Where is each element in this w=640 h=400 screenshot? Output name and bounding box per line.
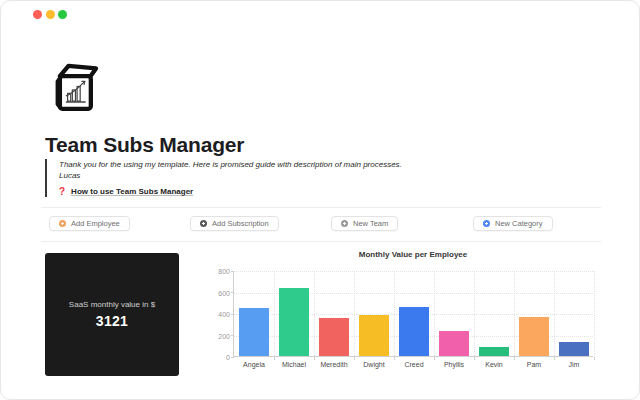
bar-dwight [359,315,389,356]
gridline [594,271,595,356]
bar-jim [559,342,589,357]
button-automation-icon [341,220,348,227]
x-axis-tick [274,357,275,360]
chart-title: Monthly Value per Employee [233,250,593,259]
bar-angela [239,308,269,356]
bar-phyllis [439,331,469,356]
bar-creed [399,307,429,356]
zoom-window-button[interactable] [58,10,67,19]
x-axis-tick [514,357,515,360]
summary-card-value: 3121 [96,313,128,329]
window-controls [33,10,67,19]
cube-chart-icon[interactable] [47,59,102,114]
y-axis-tick [231,314,234,315]
new-category-button[interactable]: New Category [473,216,553,231]
monthly-value-bar-chart: Monthly Value per Employee 0200400600800… [215,247,615,379]
bar-kevin [479,347,509,356]
button-automation-icon [59,220,66,227]
saas-monthly-value-card: SaaS monthly value in $ 3121 [45,253,179,376]
gridline [474,271,475,356]
welcome-quote: Thank you for the using my template. Her… [45,159,590,197]
y-axis-tick-label: 0 [214,354,230,361]
divider [41,241,601,242]
x-axis-tick [394,357,395,360]
x-axis-tick-label: Creed [394,361,434,368]
add-employee-button[interactable]: Add Employee [49,216,130,231]
bar-meredith [319,318,349,356]
bar-michael [279,288,309,356]
y-axis-tick-label: 200 [214,332,230,339]
x-axis-tick [434,357,435,360]
y-axis-tick [231,271,234,272]
x-axis-tick [594,357,595,360]
button-automation-icon [200,220,207,227]
x-axis-tick-label: Phyllis [434,361,474,368]
x-axis-tick [474,357,475,360]
gridline [394,271,395,356]
x-axis-tick-label: Michael [274,361,314,368]
app-window: Team Subs Manager Thank you for the usin… [0,0,640,400]
button-label: New Category [495,219,543,228]
x-axis-tick-label: Pam [514,361,554,368]
x-axis-tick-label: Angela [234,361,274,368]
close-window-button[interactable] [33,10,42,19]
gridline [354,271,355,356]
quote-signature: Lucas [59,170,590,181]
gridline [434,271,435,356]
summary-card-label: SaaS monthly value in $ [69,300,155,309]
bar-pam [519,317,549,356]
gridline [234,271,593,272]
x-axis-tick [314,357,315,360]
y-axis-tick-label: 800 [214,268,230,275]
y-axis-tick-label: 400 [214,311,230,318]
x-axis-tick-label: Meredith [314,361,354,368]
divider [41,207,601,208]
button-automation-icon [483,220,490,227]
gridline [554,271,555,356]
x-axis-tick [354,357,355,360]
guide-link-label[interactable]: How to use Team Subs Manager [71,187,193,196]
x-axis-tick-label: Dwight [354,361,394,368]
x-axis-tick-label: Jim [554,361,594,368]
add-subscription-button[interactable]: Add Subscription [190,216,279,231]
button-label: New Team [353,219,388,228]
chart-plot-area: 0200400600800AngelaMichaelMeredithDwight… [233,271,593,357]
x-axis-tick-label: Kevin [474,361,514,368]
y-axis-tick [231,292,234,293]
y-axis-tick-label: 600 [214,289,230,296]
gridline [274,271,275,356]
guide-page-link[interactable]: ? How to use Team Subs Manager [59,186,590,197]
gridline [514,271,515,356]
button-label: Add Subscription [212,219,269,228]
y-axis-tick [231,357,234,358]
new-team-button[interactable]: New Team [331,216,398,231]
x-axis-tick [554,357,555,360]
quote-text: Thank you for the using my template. Her… [59,159,590,170]
minimize-window-button[interactable] [46,10,55,19]
gridline [314,271,315,356]
button-label: Add Employee [71,219,120,228]
y-axis-tick [231,335,234,336]
question-mark-icon: ? [59,186,65,197]
page-title: Team Subs Manager [45,133,244,157]
